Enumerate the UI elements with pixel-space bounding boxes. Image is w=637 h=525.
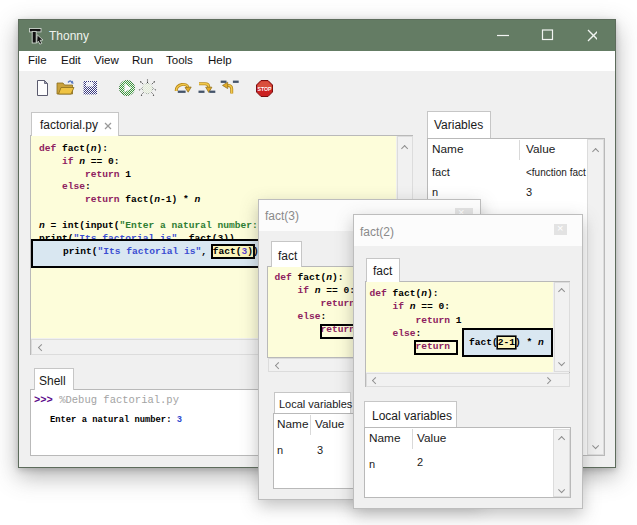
svg-text:STOP: STOP	[257, 86, 272, 92]
